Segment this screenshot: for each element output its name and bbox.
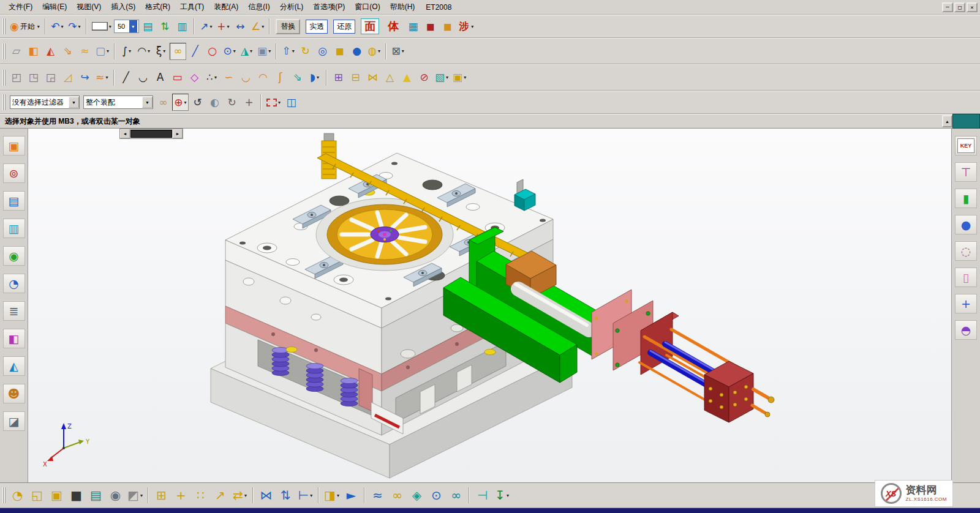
join-curve-icon[interactable]: ʃ [272,69,288,86]
marquee-select-button-dropdown[interactable]: ▾ [278,100,281,105]
spline-icon[interactable]: ∫▾ [118,43,135,60]
constraint-navigator-icon[interactable]: ⊚ [3,163,25,183]
extend-surface-icon[interactable]: ◲ [42,69,59,86]
body-button[interactable]: 体 [382,18,404,35]
bridge-curve-icon[interactable]: ◡ [238,69,254,86]
wade-button-dropdown[interactable]: ▾ [471,24,473,29]
pattern-component-icon[interactable]: ∷ [191,485,210,506]
measure-distance-icon[interactable]: ↔ [232,18,249,35]
marquee-select-button[interactable]: ▾ [265,94,282,111]
promote-body-icon[interactable]: △ [382,69,398,86]
undo-button[interactable]: ↶▾ [49,18,66,35]
scroll-thumb[interactable] [130,130,172,138]
assembly-scope-arrow[interactable]: ▼ [142,97,153,108]
sphere-icon[interactable]: ● [349,43,365,60]
text-icon[interactable]: A [152,69,168,86]
menu-item-6[interactable]: 工具(T) [175,0,209,14]
open-component-icon[interactable]: ◱ [28,485,47,506]
point-set-icon[interactable]: ∴▾ [203,69,220,86]
vector-constructor-icon[interactable]: ↗▾ [198,18,214,35]
sweep-guide-icon[interactable]: ⇘ [59,43,76,60]
purple-sphere-icon[interactable]: ◓ [955,320,977,340]
block-icon[interactable]: ◼ [331,43,348,60]
rectangle-icon[interactable]: ▭ [169,69,186,86]
history-icon[interactable]: ◔ [3,274,25,293]
datum-csys-icon[interactable]: ▣▾ [255,43,273,60]
move-component-icon[interactable]: ↗ [211,485,230,506]
hole-icon[interactable]: ◎ [314,43,331,60]
green-capsule-icon[interactable]: ▮ [955,189,977,208]
project-curve-icon[interactable]: ⇘ [289,69,306,86]
component-set-icon[interactable]: ▣ [47,485,66,506]
roles-icon[interactable]: ☻ [3,384,25,403]
menu-item-1[interactable]: 文件(F) [4,0,37,14]
cone-primitive-icon-dropdown[interactable]: ▾ [250,48,252,54]
graphics-window[interactable]: ◄ ► [28,129,951,482]
sketch-line-icon[interactable]: ╱ [118,69,134,86]
snap-point-button[interactable]: ⊕▾ [172,94,189,111]
arc-red-icon[interactable]: ○ [204,43,221,60]
reuse-library-icon[interactable]: ▥ [3,219,25,238]
boolean-unite-icon[interactable]: ◍▾ [366,43,382,60]
remove-parameters-icon[interactable]: ⊘ [416,69,432,86]
studio-spline-icon[interactable]: ◠▾ [135,43,152,60]
studio-spline-icon-dropdown[interactable]: ▾ [148,48,150,54]
edit-feature-icon[interactable]: ▧▾ [433,69,450,86]
playback-icon[interactable]: ▣▾ [451,69,468,86]
snapshot-icon[interactable]: ◉ [106,485,125,506]
selection-filter-select[interactable]: 没有选择过滤器 ▼ [10,95,80,109]
gray-body-icon-dropdown[interactable]: ▾ [140,493,143,498]
ruled-surface-icon[interactable]: ◧ [25,43,42,60]
patch-warning-icon[interactable]: ▲ [399,69,415,86]
orbit-view-icon[interactable]: ↺ [189,94,206,111]
assembly-navigator-icon[interactable]: ▣ [3,136,25,155]
assembly-scope-select[interactable]: 整个装配 ▼ [83,95,153,109]
process-studio-icon[interactable]: ◧ [3,329,25,348]
start-button[interactable]: ◉开始▾ [8,18,42,35]
replace-component-icon-dropdown[interactable]: ▾ [244,493,247,498]
show-component-icon[interactable]: ◔ [8,485,27,506]
boolean-unite-icon-dropdown[interactable]: ▾ [378,48,380,54]
new-component-icon[interactable]: + [172,485,190,506]
red-solid-icon[interactable]: ◼ [422,18,439,35]
translucent-button[interactable]: 实透 [303,18,330,35]
suppress-component-icon[interactable]: ⇅ [276,485,295,506]
materials-icon[interactable]: ≣ [3,301,25,321]
pattern-face-icon[interactable]: ⊟ [347,69,364,86]
sweep-surface-icon[interactable]: ≈▾ [94,69,110,86]
line-icon[interactable]: ╱ [187,43,203,60]
scroll-right-button[interactable]: ► [173,129,183,138]
polygon-icon[interactable]: ◇ [186,69,203,86]
menu-item-8[interactable]: 信息(I) [243,0,274,14]
datum-csys-icon-dropdown[interactable]: ▾ [268,48,271,54]
scroll-up-button[interactable]: ▲ [942,115,952,127]
intersect-curve-icon-dropdown[interactable]: ▾ [317,75,319,80]
datum-plane-icon[interactable]: ▱ [8,43,24,60]
rotate-view-icon[interactable]: ↻ [224,94,240,111]
menu-item-4[interactable]: 插入(S) [106,0,140,14]
sequence-icon[interactable]: ► [342,485,361,506]
dotted-sphere-icon[interactable]: ◌ [955,241,977,261]
start-button-dropdown[interactable]: ▾ [37,24,40,29]
intersect-curve-icon[interactable]: ◗▾ [306,69,323,86]
gold-solid-icon[interactable]: ◼ [439,18,456,35]
styled-sweep-icon[interactable]: ≈ [77,43,93,60]
undo-button-dropdown[interactable]: ▾ [61,24,63,29]
tsquare-icon[interactable]: ⊤ [955,162,977,182]
menu-item-11[interactable]: 窗口(O) [350,0,385,14]
web-browser-icon[interactable]: ◉ [3,246,25,266]
import-icon[interactable]: ↧▾ [492,485,511,506]
test-tube-icon[interactable]: ▯ [955,268,977,287]
bounded-plane-icon[interactable]: ▢▾ [94,43,111,60]
layer-settings-icon[interactable]: ▤ [140,18,156,35]
key-help-icon[interactable]: KEY [955,136,977,155]
import-icon-dropdown[interactable]: ▾ [507,493,509,498]
move-cross-icon[interactable]: + [955,294,977,313]
curve-chain-icon[interactable]: ∞ [170,43,186,60]
helix-icon[interactable]: ξ▾ [153,43,169,60]
extrude-icon-dropdown[interactable]: ▾ [292,48,295,54]
trim-body-icon[interactable]: ⊠▾ [390,43,406,60]
hydraulic-cylinder[interactable] [592,290,774,422]
arrangement-icon-dropdown[interactable]: ▾ [337,493,339,498]
sweep-surface-icon-dropdown[interactable]: ▾ [106,75,108,80]
